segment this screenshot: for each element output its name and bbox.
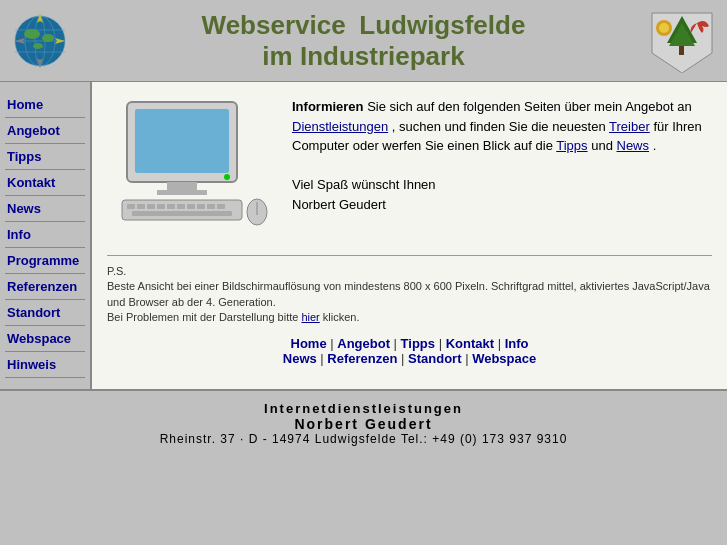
sidebar-item-hinweis[interactable]: Hinweis xyxy=(5,352,85,378)
header: Webservice Ludwigsfelde im Industriepark xyxy=(0,0,727,82)
sep3: | xyxy=(439,336,446,351)
svg-point-7 xyxy=(24,29,40,39)
footer-address: Rheinstr. 37 · D - 14974 Ludwigsfelde Te… xyxy=(10,432,717,446)
footer-company: Internetdienstleistungen xyxy=(10,401,717,416)
ps-text1: Beste Ansicht bei einer Bildschirmauflös… xyxy=(107,280,710,307)
svg-point-18 xyxy=(659,23,669,33)
footer-link-angebot[interactable]: Angebot xyxy=(337,336,390,351)
computer-illustration xyxy=(107,97,277,240)
sidebar-item-info[interactable]: Info xyxy=(5,222,85,248)
svg-rect-24 xyxy=(127,204,135,209)
content-area: Informieren Sie sich auf den folgenden S… xyxy=(90,82,727,389)
globe-logo xyxy=(10,8,80,73)
svg-rect-27 xyxy=(157,204,165,209)
svg-rect-26 xyxy=(147,204,155,209)
footer-nav-row1: Home | Angebot | Tipps | Kontakt | Info xyxy=(107,336,712,351)
link-dienstleistungen[interactable]: Dienstleistungen xyxy=(292,119,388,134)
link-news[interactable]: News xyxy=(617,138,650,153)
main-layout: Home Angebot Tipps Kontakt News Info Pro… xyxy=(0,82,727,389)
link-tipps[interactable]: Tipps xyxy=(556,138,587,153)
sidebar-item-home[interactable]: Home xyxy=(5,92,85,118)
footer-person: Norbert Geudert xyxy=(10,416,717,432)
svg-rect-21 xyxy=(167,182,197,190)
site-title: Webservice Ludwigsfelde im Industriepark xyxy=(80,10,647,72)
svg-rect-30 xyxy=(187,204,195,209)
footer-bottom: Internetdienstleistungen Norbert Geudert… xyxy=(0,389,727,456)
svg-rect-22 xyxy=(157,190,207,195)
coat-of-arms xyxy=(647,8,717,73)
title-city: Ludwigsfelde xyxy=(359,10,525,40)
sep2: | xyxy=(394,336,401,351)
svg-point-37 xyxy=(224,174,230,180)
intro-text1: Sie sich auf den folgenden Seiten über m… xyxy=(367,99,692,114)
svg-rect-28 xyxy=(167,204,175,209)
footer-link-referenzen[interactable]: Referenzen xyxy=(327,351,397,366)
gruss1: Viel Spaß wünscht Ihnen xyxy=(292,175,712,195)
svg-rect-25 xyxy=(137,204,145,209)
sidebar-item-angebot[interactable]: Angebot xyxy=(5,118,85,144)
svg-rect-31 xyxy=(197,204,205,209)
svg-rect-29 xyxy=(177,204,185,209)
intro-section: Informieren Sie sich auf den folgenden S… xyxy=(107,97,712,240)
footer-link-webspace[interactable]: Webspace xyxy=(472,351,536,366)
intro-text4: und xyxy=(591,138,616,153)
footer-link-info[interactable]: Info xyxy=(505,336,529,351)
intro-text2: , suchen und finden Sie die neuesten xyxy=(392,119,609,134)
title-line2: im Industriepark xyxy=(262,41,464,71)
ps-text2: Bei Problemen mit der Darstellung bitte xyxy=(107,311,301,323)
svg-rect-33 xyxy=(217,204,225,209)
sidebar-item-programme[interactable]: Programme xyxy=(5,248,85,274)
sidebar-item-kontakt[interactable]: Kontakt xyxy=(5,170,85,196)
footer-link-standort[interactable]: Standort xyxy=(408,351,461,366)
svg-rect-23 xyxy=(122,200,242,220)
sep6: | xyxy=(401,351,408,366)
intro-bold: Informieren xyxy=(292,99,364,114)
sidebar-item-referenzen[interactable]: Referenzen xyxy=(5,274,85,300)
gruss2: Norbert Geudert xyxy=(292,195,712,215)
sidebar-item-webspace[interactable]: Webspace xyxy=(5,326,85,352)
ps-label: P.S. xyxy=(107,265,126,277)
ps-section: P.S. Beste Ansicht bei einer Bildschirma… xyxy=(107,255,712,326)
intro-text5: . xyxy=(653,138,657,153)
footer-nav-row2: News | Referenzen | Standort | Webspace xyxy=(107,351,712,366)
svg-point-9 xyxy=(33,43,43,49)
sidebar-item-news[interactable]: News xyxy=(5,196,85,222)
sidebar-item-standort[interactable]: Standort xyxy=(5,300,85,326)
ps-text3: klicken. xyxy=(323,311,360,323)
svg-rect-34 xyxy=(132,211,232,216)
sep4: | xyxy=(498,336,505,351)
title-line1: Webservice xyxy=(202,10,346,40)
link-hier[interactable]: hier xyxy=(301,311,319,323)
svg-point-8 xyxy=(42,34,54,42)
footer-link-kontakt[interactable]: Kontakt xyxy=(446,336,494,351)
footer-nav: Home | Angebot | Tipps | Kontakt | Info … xyxy=(107,336,712,366)
footer-link-tipps[interactable]: Tipps xyxy=(401,336,435,351)
footer-link-news[interactable]: News xyxy=(283,351,317,366)
svg-rect-32 xyxy=(207,204,215,209)
sidebar: Home Angebot Tipps Kontakt News Info Pro… xyxy=(0,82,90,389)
footer-link-home[interactable]: Home xyxy=(291,336,327,351)
link-treiber[interactable]: Treiber xyxy=(609,119,650,134)
sidebar-item-tipps[interactable]: Tipps xyxy=(5,144,85,170)
intro-text: Informieren Sie sich auf den folgenden S… xyxy=(292,97,712,240)
svg-rect-20 xyxy=(135,109,229,173)
